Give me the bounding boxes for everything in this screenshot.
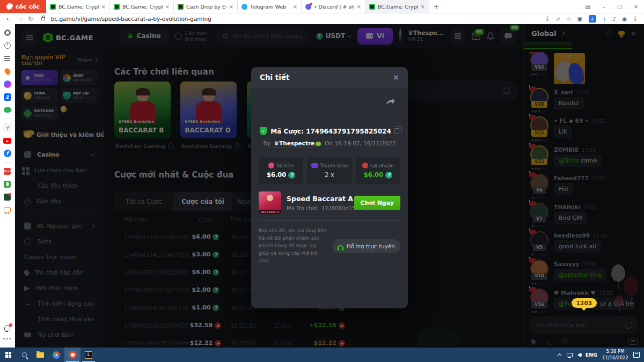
- url-text[interactable]: bc.game/vi/game/speed-baccarat-a-by-evol…: [51, 16, 211, 22]
- stat-value: 2 x: [325, 171, 334, 179]
- bet-author-row: By ♛Thespectre On 16:19:07, 16/11/2022: [251, 140, 408, 146]
- coccoc-menu-button[interactable]: cốc cốc: [0, 0, 46, 13]
- volume-icon[interactable]: [577, 353, 581, 357]
- stat-label: Số tiền: [276, 163, 293, 168]
- extensions-icon[interactable]: +: [602, 16, 607, 22]
- game-thumbnail[interactable]: BACCARAT A: [259, 191, 281, 214]
- screen: cốc cốc BC.Game: Crypto Casino Gam × BC.…: [0, 0, 644, 362]
- new-tab-button[interactable]: +: [429, 0, 443, 13]
- game-name: Speed Baccarat A: [287, 195, 349, 203]
- share-icon[interactable]: ↗: [555, 16, 560, 22]
- battery-saver-icon[interactable]: [3, 180, 12, 188]
- profile-icon[interactable]: ◉: [622, 16, 627, 22]
- add-shortcut-icon[interactable]: +: [3, 123, 12, 132]
- tab-close-icon[interactable]: ×: [229, 4, 233, 10]
- tab-favicon: [114, 4, 120, 10]
- shop-sale-icon[interactable]: 25.11: [3, 167, 12, 175]
- messenger-icon[interactable]: [3, 80, 12, 88]
- headset-icon: [338, 245, 343, 249]
- window-maximize-button[interactable]: ▢: [612, 4, 628, 10]
- tab-close-icon[interactable]: ×: [421, 4, 425, 10]
- window-close-button[interactable]: ×: [628, 4, 644, 10]
- tab-favicon: [178, 4, 184, 10]
- stat-icon: [311, 163, 318, 168]
- address-bar-actions: ↧ ↗ ☆ ▣ ↓ + ♪ ◉ ↧: [545, 15, 638, 23]
- tab-close-icon[interactable]: ×: [165, 4, 170, 10]
- tab-layout-icon[interactable]: ▤: [580, 4, 596, 10]
- window-minimize-button[interactable]: –: [596, 4, 612, 10]
- chrome-icon[interactable]: [48, 348, 64, 362]
- downloads-tray-icon[interactable]: ↧: [633, 16, 638, 22]
- more-options-icon[interactable]: •••: [3, 335, 12, 343]
- browser-tab[interactable]: Telegram Web ×: [238, 0, 302, 13]
- stat-card: Thanh toán 2 x: [307, 157, 352, 184]
- coin-icon: [385, 172, 392, 179]
- hidden-icons-chevron[interactable]: [557, 353, 561, 358]
- browser-tab[interactable]: BC.Game: Crypto Casino Gam ×: [110, 0, 174, 13]
- forward-button[interactable]: →: [17, 16, 22, 22]
- zalo-icon[interactable]: Z: [3, 93, 12, 101]
- support-note: Mọi vấn đề, xin vui lòng liên hệ với bộ …: [259, 227, 327, 265]
- bookmark-star-icon[interactable]: ☆: [566, 16, 571, 22]
- study-icon[interactable]: [3, 193, 12, 201]
- copy-icon[interactable]: [394, 128, 399, 134]
- browser-sidebar: Z + ▶ f 25.11 •••: [0, 24, 15, 348]
- action-center-icon[interactable]: [633, 352, 640, 358]
- play-now-button[interactable]: Chơi Ngay: [354, 196, 400, 210]
- tab-title: BC.Game: Crypto Casino Gam: [122, 4, 163, 10]
- back-button[interactable]: ←: [6, 16, 11, 22]
- tab-title: Telegram Web: [250, 4, 290, 10]
- coccoc-brand-label: cốc cốc: [16, 3, 40, 10]
- language-indicator[interactable]: ENG: [586, 352, 597, 358]
- bet-details-modal: Chi tiết × ✓ Mã Cược: 174964379179582502…: [251, 67, 408, 308]
- coccoc-taskbar-icon[interactable]: [64, 348, 80, 362]
- live-support-button[interactable]: Hỗ trợ trực tuyến: [332, 239, 400, 253]
- player-name[interactable]: ♛Thespectre: [274, 140, 315, 147]
- facebook-icon[interactable]: f: [3, 149, 12, 158]
- copy-icon[interactable]: [367, 205, 371, 211]
- media-control-icon[interactable]: ♪: [612, 16, 616, 22]
- save-page-icon[interactable]: ↧: [545, 16, 550, 22]
- taskbar-search-icon[interactable]: [16, 348, 32, 362]
- hot-trends-icon[interactable]: [3, 67, 12, 76]
- modal-close-icon[interactable]: ×: [393, 73, 399, 81]
- tab-favicon: [241, 4, 247, 10]
- browser-tab[interactable]: BC.Game: Crypto Casino Gam ×: [365, 0, 429, 13]
- browser-tab[interactable]: BC.Game: Crypto Casino Gam ×: [46, 0, 110, 13]
- chat-unread-count[interactable]: 1203: [572, 298, 597, 308]
- youtube-icon[interactable]: ▶: [3, 136, 12, 145]
- settings-gear-icon[interactable]: [3, 28, 12, 37]
- browser-tab[interactable]: • Discord | # show-off-you ×: [302, 0, 365, 13]
- taskbar-clock[interactable]: 5:38 PM11/16/2022: [602, 349, 628, 361]
- browser-tab[interactable]: Cash Drop by Evolution! Wor ×: [174, 0, 238, 13]
- network-icon[interactable]: [567, 353, 573, 357]
- bet-datetime: 16:19:07, 16/11/2022: [334, 140, 396, 146]
- file-explorer-icon[interactable]: [32, 348, 48, 362]
- league-of-legends-icon[interactable]: L: [80, 348, 97, 362]
- tab-close-icon[interactable]: ×: [293, 4, 297, 10]
- coccoc-logo-icon: [6, 3, 13, 10]
- share-arrow-icon: [386, 98, 395, 105]
- download-active-icon[interactable]: ↓: [589, 15, 596, 23]
- tab-title: BC.Game: Crypto Casino Gam: [58, 4, 99, 10]
- shopping-cart-icon[interactable]: [3, 205, 12, 214]
- tab-favicon: [50, 4, 56, 10]
- tab-close-icon[interactable]: ×: [101, 4, 106, 10]
- adblock-shield-icon[interactable]: ▣: [577, 16, 583, 22]
- tab-close-icon[interactable]: ×: [357, 4, 361, 10]
- notifications-bell-icon[interactable]: [3, 322, 12, 330]
- modal-footer: Mọi vấn đề, xin vui lòng liên hệ với bộ …: [259, 227, 400, 265]
- tab-strip: BC.Game: Crypto Casino Gam × BC.Game: Cr…: [46, 0, 429, 13]
- games-icon[interactable]: [3, 106, 12, 114]
- bet-stats-row: Số tiền $6.00 Thanh toán 2 x Lợi nhuận $…: [251, 157, 408, 184]
- start-button[interactable]: [0, 348, 16, 362]
- reload-button[interactable]: ↻: [28, 16, 33, 22]
- tab-title: • Discord | # show-off-you: [314, 4, 354, 10]
- reading-list-icon[interactable]: [3, 54, 12, 63]
- history-icon[interactable]: [3, 41, 12, 50]
- stat-icon: [268, 162, 274, 168]
- sidebar-divider: [3, 162, 12, 162]
- share-button[interactable]: [386, 98, 395, 105]
- windows-taskbar: L ENG 5:38 PM11/16/2022: [0, 348, 644, 362]
- tab-favicon: [305, 4, 311, 10]
